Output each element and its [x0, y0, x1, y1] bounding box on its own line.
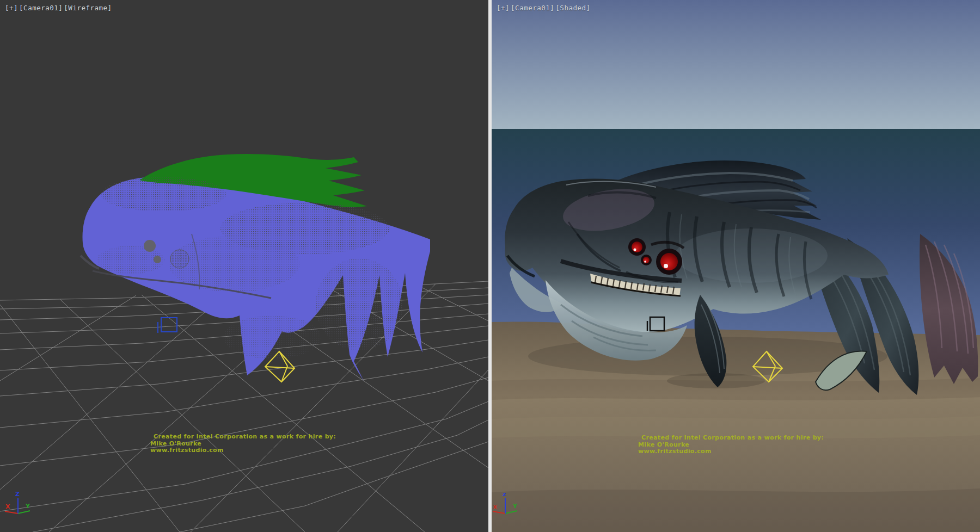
axis-z-label-left: Z — [15, 491, 20, 498]
viewport-label-right: [+][Camera01][Shaded] — [497, 4, 592, 12]
fish-eye-small-wire — [154, 256, 161, 263]
fish-eye-tiny — [643, 257, 650, 263]
dual-viewport-stage: [+][Camera01][Wireframe] — [0, 0, 980, 532]
fish-model-wireframe[interactable] — [81, 154, 430, 381]
watermark-right: Created for Intel Corporation as a work … — [638, 435, 824, 455]
fish-eye-big-wire — [170, 250, 189, 268]
watermark-line1: Created for Intel Corporation as a work … — [638, 435, 824, 442]
viewport-wireframe[interactable]: [+][Camera01][Wireframe] — [0, 0, 488, 532]
axis-x-label-left: X — [5, 503, 10, 510]
viewport-label-left: [+][Camera01][Wireframe] — [5, 4, 113, 12]
viewport-menu-shading[interactable]: [Shaded] — [555, 4, 590, 12]
sky — [492, 0, 980, 129]
fish-eye-upper — [632, 242, 642, 252]
axis-y-label-left: Y — [25, 503, 30, 510]
viewport-shaded[interactable]: [+][Camera01][Shaded] — [492, 0, 980, 532]
fish-eye-big — [660, 253, 678, 270]
watermark-line1: Created for Intel Corporation as a work … — [150, 434, 336, 441]
axis-z-label-right: z — [503, 491, 506, 498]
bone-box-helper-left[interactable] — [158, 318, 177, 333]
viewport-menu-pov[interactable]: [Camera01] — [511, 4, 554, 12]
watermark-line3: www.fritzstudio.com — [638, 448, 824, 455]
axis-tripod-left: X Y Z — [5, 491, 30, 514]
axis-x-label-right: x — [493, 503, 497, 510]
fish-eye-upper-wire — [144, 240, 156, 252]
viewport-menu-pov[interactable]: [Camera01] — [19, 4, 63, 12]
axis-y-label-right: Y — [512, 503, 518, 510]
viewport-menu-shading[interactable]: [Wireframe] — [64, 4, 112, 12]
viewport-menu-general[interactable]: [+] — [497, 4, 510, 12]
watermark-line3: www.fritzstudio.com — [150, 447, 336, 454]
watermark-left: Created for Intel Corporation as a work … — [150, 434, 336, 454]
viewport-menu-general[interactable]: [+] — [5, 4, 18, 12]
